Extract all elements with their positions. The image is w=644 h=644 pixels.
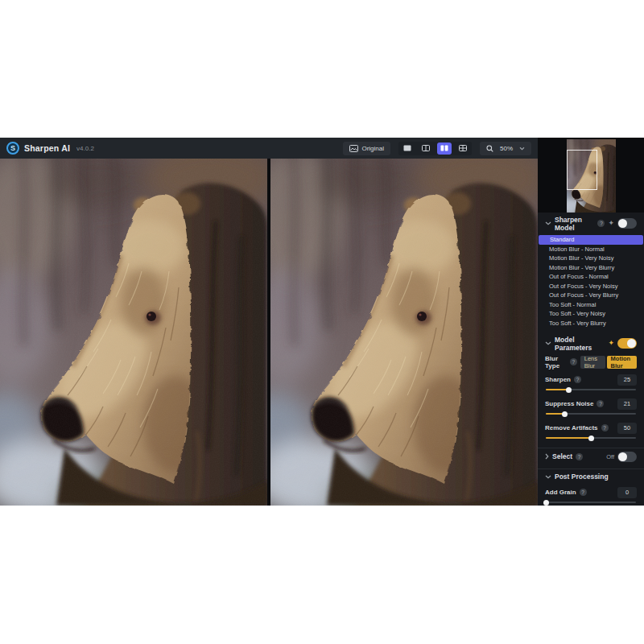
app-brand: S Sharpen AI v4.0.2 xyxy=(6,142,94,155)
model-item-motion-blur-normal[interactable]: Motion Blur - Normal xyxy=(538,245,644,254)
toolbar-controls: Original xyxy=(343,142,531,155)
slider-fill xyxy=(546,389,568,390)
remove-artifacts-value[interactable]: 50 xyxy=(617,423,637,434)
model-item-motion-blur-very-blurry[interactable]: Motion Blur - Very Blurry xyxy=(538,263,644,273)
app-version: v4.0.2 xyxy=(76,145,94,152)
toggle-knob xyxy=(618,219,627,228)
help-icon[interactable]: ? xyxy=(574,376,581,383)
blur-type-row: Blur Type ? Lens Blur Motion Blur xyxy=(538,355,644,369)
auto-sparkle-icon: ✦ xyxy=(608,220,614,227)
select-toggle[interactable] xyxy=(617,452,637,462)
model-parameters-title: Model Parameters xyxy=(555,336,605,352)
after-image-pane[interactable] xyxy=(270,159,538,506)
model-item-too-soft-normal[interactable]: Too Soft - Normal xyxy=(538,300,644,310)
side-by-side-view-button[interactable] xyxy=(437,142,452,155)
toggle-knob xyxy=(627,339,636,348)
grid-view-icon xyxy=(458,144,468,152)
model-item-out-of-focus-normal[interactable]: Out of Focus - Normal xyxy=(538,272,644,282)
add-grain-label: Add Grain xyxy=(545,489,576,496)
model-item-too-soft-very-noisy[interactable]: Too Soft - Very Noisy xyxy=(538,309,644,319)
app-logo-icon: S xyxy=(6,142,19,155)
split-view-icon xyxy=(421,144,431,152)
section-divider xyxy=(538,448,644,448)
help-icon[interactable]: ? xyxy=(570,358,577,365)
comparison-area xyxy=(0,159,538,506)
suppress-noise-slider[interactable] xyxy=(546,413,636,415)
model-list: Standard Motion Blur - Normal Motion Blu… xyxy=(538,235,644,328)
select-title: Select xyxy=(552,452,572,460)
slider-knob[interactable] xyxy=(562,411,568,417)
chevron-down-icon xyxy=(545,475,551,479)
remove-artifacts-parameter: Remove Artifacts ? 50 xyxy=(538,422,644,441)
chevron-down-icon xyxy=(519,147,525,151)
blur-type-label: Blur Type xyxy=(545,355,567,369)
bear-photo-after xyxy=(270,159,538,506)
zoom-level-value: 50% xyxy=(500,145,513,152)
right-sidebar: Sharpen Model ? ✦ Standard Motion Blur -… xyxy=(538,138,644,506)
add-grain-parameter: Add Grain ? 0 xyxy=(538,486,644,506)
blur-type-group: Lens Blur Motion Blur xyxy=(580,356,637,369)
model-parameters-toggle[interactable] xyxy=(617,338,637,349)
suppress-noise-parameter: Suppress Noise ? 21 xyxy=(538,398,644,417)
post-processing-header[interactable]: Post Processing xyxy=(538,473,644,481)
slider-knob[interactable] xyxy=(543,500,549,506)
view-mode-group xyxy=(398,142,472,155)
canvas-column: S Sharpen AI v4.0.2 Original xyxy=(0,138,538,506)
app-title: Sharpen AI xyxy=(24,143,70,153)
help-icon[interactable]: ? xyxy=(580,489,587,496)
motion-blur-button[interactable]: Motion Blur xyxy=(607,356,637,369)
side-by-side-view-icon xyxy=(440,144,449,152)
model-parameters-header[interactable]: Model Parameters ✦ xyxy=(538,337,644,349)
single-view-button[interactable] xyxy=(400,142,415,155)
add-grain-value[interactable]: 0 xyxy=(617,487,637,498)
split-view-button[interactable] xyxy=(419,142,433,155)
suppress-noise-label: Suppress Noise xyxy=(545,400,593,407)
help-icon[interactable]: ? xyxy=(576,453,583,460)
remove-artifacts-slider[interactable] xyxy=(546,437,636,439)
slider-fill xyxy=(546,437,591,439)
section-divider xyxy=(538,469,644,469)
help-icon[interactable]: ? xyxy=(597,400,604,407)
zoom-level-control[interactable]: 50% xyxy=(480,142,531,155)
top-toolbar: S Sharpen AI v4.0.2 Original xyxy=(0,138,538,159)
show-original-button[interactable]: Original xyxy=(343,142,390,155)
grid-view-button[interactable] xyxy=(456,142,470,155)
help-icon[interactable]: ? xyxy=(597,220,605,227)
single-view-icon xyxy=(402,144,412,152)
chevron-down-icon xyxy=(545,341,551,345)
sharpen-ai-window: S Sharpen AI v4.0.2 Original xyxy=(0,138,644,506)
slider-knob[interactable] xyxy=(588,436,594,441)
sharpen-value[interactable]: 25 xyxy=(617,374,637,386)
sharpen-model-header[interactable]: Sharpen Model ? ✦ xyxy=(538,217,644,229)
model-item-standard[interactable]: Standard xyxy=(539,235,643,245)
model-item-too-soft-very-blurry[interactable]: Too Soft - Very Blurry xyxy=(538,319,644,328)
chevron-down-icon xyxy=(545,221,551,225)
sharpen-slider[interactable] xyxy=(546,389,636,390)
select-header[interactable]: Select ? Off xyxy=(538,452,644,462)
original-label: Original xyxy=(361,145,384,152)
magnifier-icon xyxy=(486,145,493,152)
help-icon[interactable]: ? xyxy=(601,424,609,431)
select-state-label: Off xyxy=(606,453,614,460)
lens-blur-button[interactable]: Lens Blur xyxy=(580,356,605,369)
before-image-pane[interactable] xyxy=(0,159,267,506)
model-item-out-of-focus-very-noisy[interactable]: Out of Focus - Very Noisy xyxy=(538,282,644,291)
model-item-motion-blur-very-noisy[interactable]: Motion Blur - Very Noisy xyxy=(538,254,644,263)
chevron-right-icon xyxy=(545,453,549,460)
navigator-thumbnail[interactable] xyxy=(567,139,616,213)
slider-knob[interactable] xyxy=(566,387,572,393)
model-item-out-of-focus-very-blurry[interactable]: Out of Focus - Very Blurry xyxy=(538,291,644,300)
post-processing-title: Post Processing xyxy=(555,473,609,481)
remove-artifacts-label: Remove Artifacts xyxy=(545,424,598,431)
auto-model-toggle[interactable] xyxy=(617,218,637,229)
image-icon xyxy=(349,145,358,152)
suppress-noise-value[interactable]: 21 xyxy=(617,398,637,410)
auto-sparkle-icon: ✦ xyxy=(608,340,614,347)
navigator-panel xyxy=(538,138,644,213)
sharpen-label: Sharpen xyxy=(545,376,571,383)
bear-photo-before xyxy=(0,159,267,506)
add-grain-slider[interactable] xyxy=(546,502,636,503)
sharpen-model-title: Sharpen Model xyxy=(555,216,594,232)
viewport-rectangle[interactable] xyxy=(567,150,597,190)
sharpen-parameter: Sharpen ? 25 xyxy=(538,374,644,393)
